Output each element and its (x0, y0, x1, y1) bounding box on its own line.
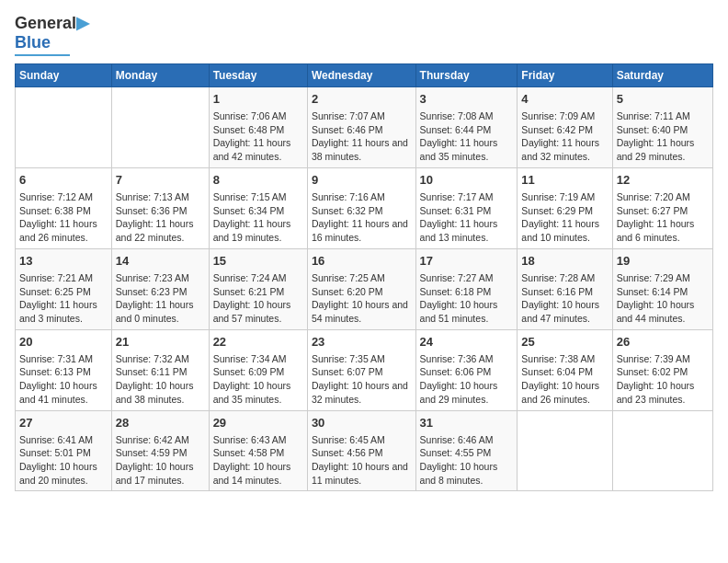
calendar-cell: 15Sunrise: 7:24 AM Sunset: 6:21 PM Dayli… (209, 248, 307, 329)
logo-text: General▶ (15, 15, 89, 33)
calendar-cell (111, 86, 209, 167)
day-number: 14 (116, 253, 205, 270)
calendar-cell: 2Sunrise: 7:07 AM Sunset: 6:46 PM Daylig… (307, 86, 415, 167)
calendar-cell: 8Sunrise: 7:15 AM Sunset: 6:34 PM Daylig… (209, 167, 307, 248)
day-info: Sunrise: 7:21 AM Sunset: 6:25 PM Dayligh… (19, 271, 108, 326)
calendar-cell: 4Sunrise: 7:09 AM Sunset: 6:42 PM Daylig… (518, 86, 612, 167)
header-day-thursday: Thursday (415, 63, 518, 86)
day-number: 17 (420, 253, 514, 270)
calendar-cell: 21Sunrise: 7:32 AM Sunset: 6:11 PM Dayli… (111, 329, 209, 410)
day-number: 26 (617, 334, 709, 350)
day-info: Sunrise: 7:23 AM Sunset: 6:23 PM Dayligh… (116, 271, 205, 326)
calendar-cell: 25Sunrise: 7:38 AM Sunset: 6:04 PM Dayli… (518, 329, 612, 410)
day-info: Sunrise: 7:13 AM Sunset: 6:36 PM Dayligh… (116, 190, 205, 245)
header-day-saturday: Saturday (612, 63, 712, 86)
calendar-cell: 27Sunrise: 6:41 AM Sunset: 5:01 PM Dayli… (16, 410, 112, 491)
calendar-cell: 7Sunrise: 7:13 AM Sunset: 6:36 PM Daylig… (111, 167, 209, 248)
day-number: 23 (312, 334, 412, 350)
calendar-week-5: 27Sunrise: 6:41 AM Sunset: 5:01 PM Dayli… (16, 410, 713, 491)
calendar-cell: 9Sunrise: 7:16 AM Sunset: 6:32 PM Daylig… (307, 167, 415, 248)
day-number: 13 (19, 253, 108, 270)
day-number: 1 (213, 91, 303, 108)
day-info: Sunrise: 7:29 AM Sunset: 6:14 PM Dayligh… (617, 271, 709, 326)
day-number: 25 (521, 334, 608, 350)
day-info: Sunrise: 6:46 AM Sunset: 4:55 PM Dayligh… (420, 433, 514, 488)
day-info: Sunrise: 7:15 AM Sunset: 6:34 PM Dayligh… (213, 190, 303, 245)
calendar-cell: 3Sunrise: 7:08 AM Sunset: 6:44 PM Daylig… (415, 86, 518, 167)
day-number: 7 (116, 172, 205, 189)
day-number: 21 (116, 334, 205, 350)
day-info: Sunrise: 6:41 AM Sunset: 5:01 PM Dayligh… (19, 433, 108, 488)
day-info: Sunrise: 7:16 AM Sunset: 6:32 PM Dayligh… (312, 190, 412, 245)
calendar-cell: 29Sunrise: 6:43 AM Sunset: 4:58 PM Dayli… (209, 410, 307, 491)
day-info: Sunrise: 7:19 AM Sunset: 6:29 PM Dayligh… (521, 190, 608, 245)
day-info: Sunrise: 7:31 AM Sunset: 6:13 PM Dayligh… (19, 352, 108, 407)
day-info: Sunrise: 7:25 AM Sunset: 6:20 PM Dayligh… (312, 271, 412, 326)
day-info: Sunrise: 7:09 AM Sunset: 6:42 PM Dayligh… (521, 109, 608, 164)
day-info: Sunrise: 7:27 AM Sunset: 6:18 PM Dayligh… (420, 271, 514, 326)
day-info: Sunrise: 7:38 AM Sunset: 6:04 PM Dayligh… (521, 352, 608, 407)
day-info: Sunrise: 7:08 AM Sunset: 6:44 PM Dayligh… (420, 109, 514, 164)
day-info: Sunrise: 6:43 AM Sunset: 4:58 PM Dayligh… (213, 433, 303, 488)
calendar-table: SundayMondayTuesdayWednesdayThursdayFrid… (15, 63, 713, 492)
logo-underline (15, 54, 70, 56)
logo-blue-text: Blue (15, 33, 51, 52)
calendar-cell (518, 410, 612, 491)
day-info: Sunrise: 7:24 AM Sunset: 6:21 PM Dayligh… (213, 271, 303, 326)
calendar-cell: 20Sunrise: 7:31 AM Sunset: 6:13 PM Dayli… (16, 329, 112, 410)
day-info: Sunrise: 7:28 AM Sunset: 6:16 PM Dayligh… (521, 271, 608, 326)
day-number: 12 (617, 172, 709, 189)
calendar-cell (16, 86, 112, 167)
day-info: Sunrise: 7:36 AM Sunset: 6:06 PM Dayligh… (420, 352, 514, 407)
calendar-cell: 5Sunrise: 7:11 AM Sunset: 6:40 PM Daylig… (612, 86, 712, 167)
calendar-cell: 13Sunrise: 7:21 AM Sunset: 6:25 PM Dayli… (16, 248, 112, 329)
day-number: 30 (312, 415, 412, 431)
calendar-cell: 17Sunrise: 7:27 AM Sunset: 6:18 PM Dayli… (415, 248, 518, 329)
calendar-cell: 1Sunrise: 7:06 AM Sunset: 6:48 PM Daylig… (209, 86, 307, 167)
day-number: 15 (213, 253, 303, 270)
day-info: Sunrise: 7:20 AM Sunset: 6:27 PM Dayligh… (617, 190, 709, 245)
calendar-cell: 19Sunrise: 7:29 AM Sunset: 6:14 PM Dayli… (612, 248, 712, 329)
day-number: 10 (420, 172, 514, 189)
page-header: General▶ Blue (15, 15, 713, 56)
day-number: 5 (617, 91, 709, 108)
day-number: 18 (521, 253, 608, 270)
calendar-cell: 31Sunrise: 6:46 AM Sunset: 4:55 PM Dayli… (415, 410, 518, 491)
day-number: 3 (420, 91, 514, 108)
day-info: Sunrise: 7:17 AM Sunset: 6:31 PM Dayligh… (420, 190, 514, 245)
calendar-cell: 12Sunrise: 7:20 AM Sunset: 6:27 PM Dayli… (612, 167, 712, 248)
day-number: 9 (312, 172, 412, 189)
day-number: 31 (420, 415, 514, 431)
day-number: 16 (312, 253, 412, 270)
calendar-week-4: 20Sunrise: 7:31 AM Sunset: 6:13 PM Dayli… (16, 329, 713, 410)
calendar-cell: 30Sunrise: 6:45 AM Sunset: 4:56 PM Dayli… (307, 410, 415, 491)
day-info: Sunrise: 7:32 AM Sunset: 6:11 PM Dayligh… (116, 352, 205, 407)
day-number: 29 (213, 415, 303, 431)
header-day-tuesday: Tuesday (209, 63, 307, 86)
calendar-cell (612, 410, 712, 491)
day-number: 2 (312, 91, 412, 108)
calendar-cell: 24Sunrise: 7:36 AM Sunset: 6:06 PM Dayli… (415, 329, 518, 410)
day-info: Sunrise: 7:07 AM Sunset: 6:46 PM Dayligh… (312, 109, 412, 164)
calendar-cell: 11Sunrise: 7:19 AM Sunset: 6:29 PM Dayli… (518, 167, 612, 248)
day-number: 22 (213, 334, 303, 350)
day-info: Sunrise: 7:11 AM Sunset: 6:40 PM Dayligh… (617, 109, 709, 164)
day-number: 8 (213, 172, 303, 189)
day-info: Sunrise: 6:45 AM Sunset: 4:56 PM Dayligh… (312, 433, 412, 488)
calendar-cell: 10Sunrise: 7:17 AM Sunset: 6:31 PM Dayli… (415, 167, 518, 248)
day-info: Sunrise: 7:39 AM Sunset: 6:02 PM Dayligh… (617, 352, 709, 407)
calendar-cell: 14Sunrise: 7:23 AM Sunset: 6:23 PM Dayli… (111, 248, 209, 329)
day-number: 24 (420, 334, 514, 350)
header-day-monday: Monday (111, 63, 209, 86)
calendar-cell: 6Sunrise: 7:12 AM Sunset: 6:38 PM Daylig… (16, 167, 112, 248)
calendar-header: SundayMondayTuesdayWednesdayThursdayFrid… (16, 63, 713, 86)
day-number: 28 (116, 415, 205, 431)
day-number: 19 (617, 253, 709, 270)
calendar-week-1: 1Sunrise: 7:06 AM Sunset: 6:48 PM Daylig… (16, 86, 713, 167)
calendar-cell: 26Sunrise: 7:39 AM Sunset: 6:02 PM Dayli… (612, 329, 712, 410)
calendar-cell: 22Sunrise: 7:34 AM Sunset: 6:09 PM Dayli… (209, 329, 307, 410)
header-day-wednesday: Wednesday (307, 63, 415, 86)
day-info: Sunrise: 7:34 AM Sunset: 6:09 PM Dayligh… (213, 352, 303, 407)
day-number: 27 (19, 415, 108, 431)
header-day-sunday: Sunday (16, 63, 112, 86)
